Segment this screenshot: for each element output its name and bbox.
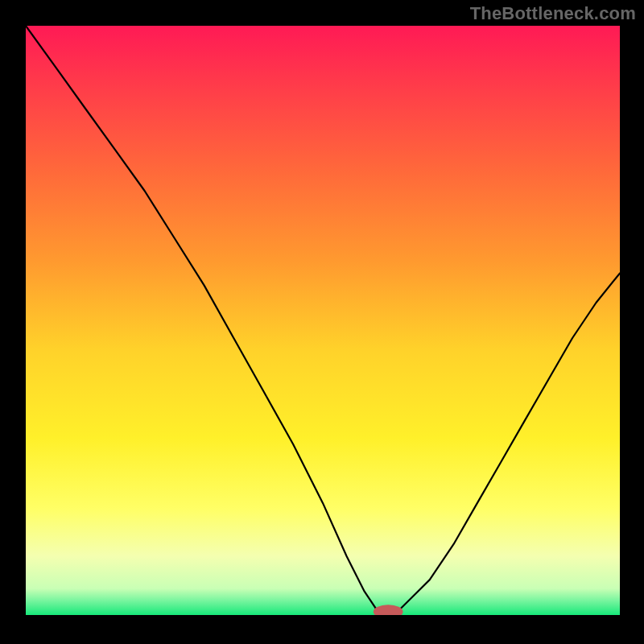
watermark-text: TheBottleneck.com: [470, 3, 636, 24]
chart-svg: [26, 26, 620, 615]
gradient-background: [26, 26, 620, 615]
plot-area: [26, 26, 620, 615]
chart-frame: TheBottleneck.com: [0, 0, 644, 644]
